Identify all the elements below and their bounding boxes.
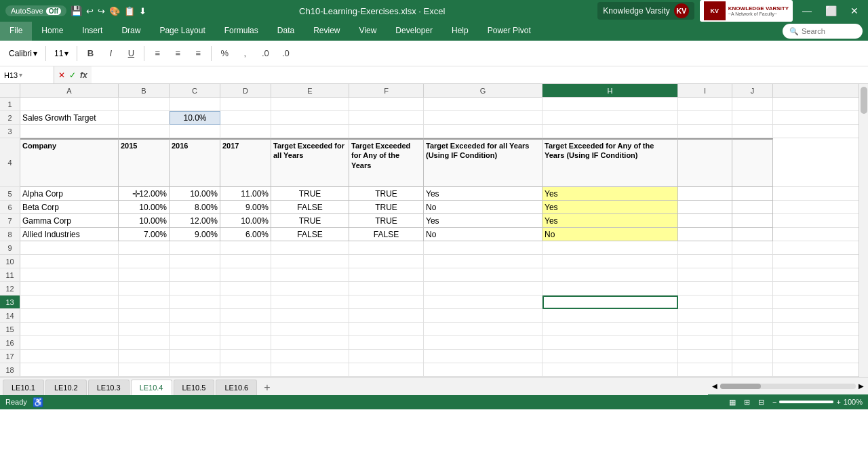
cell-F6[interactable]: TRUE	[349, 201, 424, 214]
cell-I8[interactable]	[678, 228, 732, 241]
cell-D13[interactable]	[220, 295, 271, 309]
cell-B14[interactable]	[119, 309, 170, 323]
scroll-thumb[interactable]	[861, 87, 867, 114]
autosave-pill[interactable]: AutoSave Off	[5, 5, 66, 16]
cell-D2[interactable]	[220, 111, 271, 125]
cell-A10[interactable]	[20, 255, 119, 268]
cell-G11[interactable]	[424, 268, 542, 282]
ribbon-tab-power-pivot[interactable]: Power Pivot	[478, 22, 540, 41]
cell-G1[interactable]	[424, 98, 542, 111]
cell-I3[interactable]	[678, 125, 732, 138]
cell-C8[interactable]: 9.00%	[170, 228, 220, 241]
cell-E6[interactable]: FALSE	[271, 201, 349, 214]
cell-F8[interactable]: FALSE	[349, 228, 424, 241]
ribbon-tab-data[interactable]: Data	[268, 22, 304, 41]
align-right-button[interactable]: ≡	[189, 45, 208, 62]
cell-B11[interactable]	[119, 268, 170, 282]
cell-H3[interactable]	[542, 125, 678, 138]
cell-B18[interactable]	[119, 363, 170, 377]
cell-H16[interactable]	[542, 336, 678, 350]
increase-decimal-button[interactable]: .0	[256, 45, 275, 62]
cell-A7[interactable]: Gamma Corp	[20, 214, 119, 228]
cell-G16[interactable]	[424, 336, 542, 350]
cell-J3[interactable]	[732, 125, 773, 138]
cell-E14[interactable]	[271, 309, 349, 323]
cell-A16[interactable]	[20, 336, 119, 350]
page-break-icon[interactable]: ⊟	[758, 398, 764, 407]
font-size-dropdown[interactable]: 11▾	[50, 47, 73, 60]
cell-B9[interactable]	[119, 241, 170, 255]
cell-I9[interactable]	[678, 241, 732, 255]
cell-C1[interactable]	[170, 98, 220, 111]
cell-D7[interactable]: 10.00%	[220, 214, 271, 228]
cell-H10[interactable]	[542, 255, 678, 268]
cell-G14[interactable]	[424, 309, 542, 323]
row-num-6[interactable]: 6	[0, 201, 20, 213]
cell-E1[interactable]	[271, 98, 349, 111]
cell-H13[interactable]	[542, 295, 678, 309]
cell-B17[interactable]	[119, 350, 170, 363]
cell-B15[interactable]	[119, 323, 170, 336]
cell-A18[interactable]	[20, 363, 119, 377]
cell-B5[interactable]: ✛12.00%	[119, 187, 170, 201]
cell-F15[interactable]	[349, 323, 424, 336]
cell-C13[interactable]	[170, 295, 220, 309]
cell-D9[interactable]	[220, 241, 271, 255]
cell-A15[interactable]	[20, 323, 119, 336]
cell-D18[interactable]	[220, 363, 271, 377]
vertical-scrollbar[interactable]	[859, 84, 868, 377]
cell-E13[interactable]	[271, 295, 349, 309]
save-icon[interactable]: 💾	[71, 5, 82, 16]
cell-D16[interactable]	[220, 336, 271, 350]
cell-J10[interactable]	[732, 255, 773, 268]
cell-F10[interactable]	[349, 255, 424, 268]
cell-D6[interactable]: 9.00%	[220, 201, 271, 214]
cell-H4[interactable]: Target Exceeded for Any of the Years (Us…	[542, 138, 678, 187]
cell-A11[interactable]	[20, 268, 119, 282]
cell-E2[interactable]	[271, 111, 349, 125]
filter-icon[interactable]: ⬇	[139, 6, 146, 16]
cell-G2[interactable]	[424, 111, 542, 125]
cell-C12[interactable]	[170, 282, 220, 295]
cell-B13[interactable]	[119, 295, 170, 309]
cell-J11[interactable]	[732, 268, 773, 282]
cell-I5[interactable]	[678, 187, 732, 201]
zoom-out-icon[interactable]: −	[772, 398, 776, 406]
cell-E9[interactable]	[271, 241, 349, 255]
cell-reference-box[interactable]: H13 ▾	[0, 66, 54, 83]
cell-F11[interactable]	[349, 268, 424, 282]
cell-E17[interactable]	[271, 350, 349, 363]
col-header-C[interactable]: C	[170, 84, 220, 97]
h-scroll-controls[interactable]: ◀ ▶	[708, 378, 868, 394]
cell-E11[interactable]	[271, 268, 349, 282]
cell-A14[interactable]	[20, 309, 119, 323]
col-header-H[interactable]: H	[542, 84, 678, 97]
cell-I13[interactable]	[678, 295, 732, 309]
cell-J5[interactable]	[732, 187, 773, 201]
cell-I7[interactable]	[678, 214, 732, 228]
sheet-tab-LE10.2[interactable]: LE10.2	[45, 380, 87, 395]
col-header-F[interactable]: F	[349, 84, 424, 97]
sheet-tab-LE10.1[interactable]: LE10.1	[3, 380, 44, 395]
col-header-J[interactable]: J	[732, 84, 773, 97]
redo-icon[interactable]: ↪	[98, 6, 105, 16]
cell-C9[interactable]	[170, 241, 220, 255]
cell-G5[interactable]: Yes	[424, 187, 542, 201]
col-header-B[interactable]: B	[119, 84, 170, 97]
cell-E12[interactable]	[271, 282, 349, 295]
cell-I15[interactable]	[678, 323, 732, 336]
row-num-13[interactable]: 13	[0, 295, 20, 308]
col-header-A[interactable]: A	[20, 84, 119, 97]
cell-G9[interactable]	[424, 241, 542, 255]
row-num-18[interactable]: 18	[0, 363, 20, 376]
undo-icon[interactable]: ↩	[86, 6, 94, 16]
cell-C11[interactable]	[170, 268, 220, 282]
cell-F17[interactable]	[349, 350, 424, 363]
ribbon-tab-file[interactable]: File	[0, 22, 32, 41]
cell-G4[interactable]: Target Exceeded for all Years (Using IF …	[424, 138, 542, 187]
cell-E18[interactable]	[271, 363, 349, 377]
cell-I16[interactable]	[678, 336, 732, 350]
bold-button[interactable]: B	[81, 45, 100, 62]
cell-H2[interactable]	[542, 111, 678, 125]
cell-D15[interactable]	[220, 323, 271, 336]
